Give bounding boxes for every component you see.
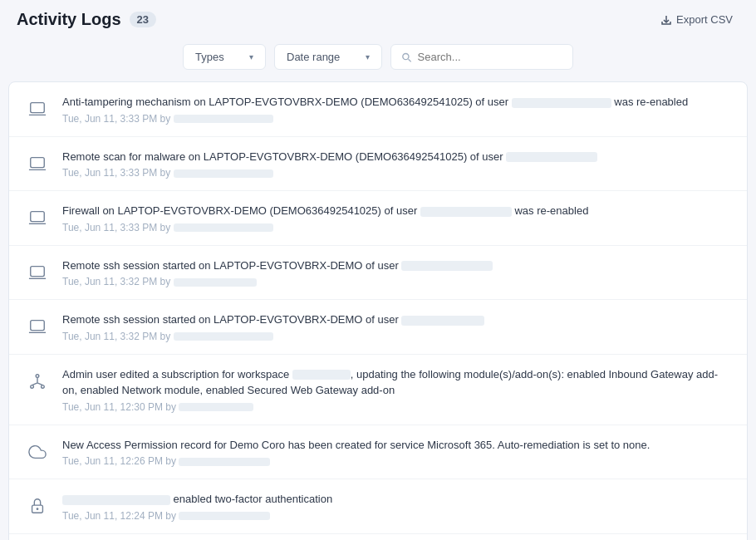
redacted-text <box>512 98 611 108</box>
log-title: Remote ssh session started on LAPTOP-EVG… <box>62 312 732 328</box>
log-list: Anti-tampering mechanism on LAPTOP-EVGTO… <box>8 81 748 540</box>
cloud-icon <box>24 439 51 465</box>
search-icon <box>401 52 412 63</box>
svg-rect-7 <box>31 321 45 331</box>
log-title: enabled two-factor authentication <box>62 491 732 508</box>
svg-rect-5 <box>31 212 45 222</box>
search-box <box>390 44 573 70</box>
laptop-icon <box>24 96 51 122</box>
redacted-user <box>174 223 273 232</box>
log-content: Firewall on LAPTOP-EVGTOVBRX-DEMO (DEMO6… <box>62 203 732 233</box>
page-title: Activity Logs <box>17 10 121 29</box>
svg-line-12 <box>32 382 37 385</box>
export-csv-button[interactable]: Export CSV <box>654 10 739 29</box>
log-content: Remote ssh session started on LAPTOP-EVG… <box>62 258 732 288</box>
log-title: New Access Permission record for Demo Co… <box>62 437 732 454</box>
date-range-filter-label: Date range <box>287 51 340 63</box>
log-content: enabled two-factor authenticationTue, Ju… <box>62 491 732 522</box>
activity-logs-page: Activity Logs 23 Export CSV Types ▾ Date… <box>0 0 756 540</box>
redacted-text <box>420 207 512 217</box>
svg-point-8 <box>36 374 39 377</box>
log-meta: Tue, Jun 11, 3:33 PM by <box>62 113 732 125</box>
log-count-badge: 23 <box>130 12 156 27</box>
laptop-icon <box>24 204 51 231</box>
log-item: Admin user edited a subscription for wor… <box>9 355 747 425</box>
redacted-user <box>174 278 257 287</box>
redacted-text <box>506 152 597 162</box>
log-title: Remote scan for malware on LAPTOP-EVGTOV… <box>62 149 732 165</box>
log-meta: Tue, Jun 11, 12:24 PM by <box>62 510 732 522</box>
svg-point-1 <box>403 53 409 59</box>
laptop-icon <box>24 150 51 177</box>
log-content: Anti-tampering mechanism on LAPTOP-EVGTO… <box>62 94 732 125</box>
log-content: New Access Permission record for Demo Co… <box>62 437 732 468</box>
redacted-text <box>401 261 493 271</box>
redacted-user <box>174 115 273 123</box>
redacted-user <box>179 512 270 520</box>
log-content: Remote scan for malware on LAPTOP-EVGTOV… <box>62 149 732 179</box>
laptop-icon <box>24 313 51 340</box>
redacted-user <box>174 169 273 178</box>
date-range-filter-button[interactable]: Date range ▾ <box>274 44 382 70</box>
log-content: Remote ssh session started on LAPTOP-EVG… <box>62 312 732 342</box>
log-item: New Access Permission record for Demo Co… <box>9 425 747 480</box>
search-input[interactable] <box>418 51 562 63</box>
log-meta: Tue, Jun 11, 3:32 PM by <box>62 331 732 342</box>
log-meta: Tue, Jun 11, 3:33 PM by <box>62 167 732 179</box>
redacted-user <box>179 403 253 411</box>
export-csv-label: Export CSV <box>676 13 733 26</box>
log-title: Firewall on LAPTOP-EVGTOVBRX-DEMO (DEMO6… <box>62 203 732 219</box>
svg-line-2 <box>409 59 411 61</box>
top-bar: Activity Logs 23 Export CSV <box>0 0 756 37</box>
log-meta: Tue, Jun 11, 3:32 PM by <box>62 276 732 287</box>
log-item: Anti-tampering mechanism on LAPTOP-EVGTO… <box>9 82 747 137</box>
redacted-text <box>401 316 484 326</box>
log-item: Remote ssh session started on LAPTOP-EVG… <box>9 300 747 355</box>
svg-point-9 <box>31 385 34 388</box>
log-item: enabled two-factor authenticationTue, Ju… <box>9 479 747 534</box>
redacted-text <box>292 370 351 380</box>
svg-rect-3 <box>31 103 45 113</box>
log-item: Remote ssh session started on LAPTOP-EVG… <box>9 246 747 301</box>
svg-rect-6 <box>31 266 45 276</box>
log-item: Remote scan for malware on LAPTOP-EVGTOV… <box>9 137 747 192</box>
svg-point-10 <box>42 385 45 388</box>
laptop-icon <box>24 259 51 286</box>
lock-icon <box>24 493 51 519</box>
network-icon <box>24 368 51 395</box>
log-content: Admin user edited a subscription for wor… <box>62 366 732 413</box>
filters-bar: Types ▾ Date range ▾ <box>0 37 756 81</box>
redacted-user <box>179 458 270 466</box>
log-item: loginTue, Jun 11, 12:18 PM by <box>9 534 747 541</box>
download-icon <box>660 14 672 26</box>
svg-point-15 <box>37 508 39 510</box>
svg-line-13 <box>37 382 42 385</box>
log-title: Anti-tampering mechanism on LAPTOP-EVGTO… <box>62 94 732 110</box>
redacted-text <box>62 495 170 505</box>
chevron-down-icon: ▾ <box>249 52 253 61</box>
log-item: Firewall on LAPTOP-EVGTOVBRX-DEMO (DEMO6… <box>9 191 747 246</box>
log-title: Admin user edited a subscription for wor… <box>62 366 732 399</box>
chevron-down-icon: ▾ <box>366 52 370 61</box>
types-filter-label: Types <box>195 51 224 63</box>
log-meta: Tue, Jun 11, 12:30 PM by <box>62 401 732 413</box>
redacted-user <box>174 332 273 341</box>
log-title: Remote ssh session started on LAPTOP-EVG… <box>62 258 732 274</box>
types-filter-button[interactable]: Types ▾ <box>183 44 266 70</box>
log-meta: Tue, Jun 11, 3:33 PM by <box>62 222 732 233</box>
log-meta: Tue, Jun 11, 12:26 PM by <box>62 455 732 467</box>
title-area: Activity Logs 23 <box>17 10 156 29</box>
svg-rect-4 <box>31 157 45 167</box>
